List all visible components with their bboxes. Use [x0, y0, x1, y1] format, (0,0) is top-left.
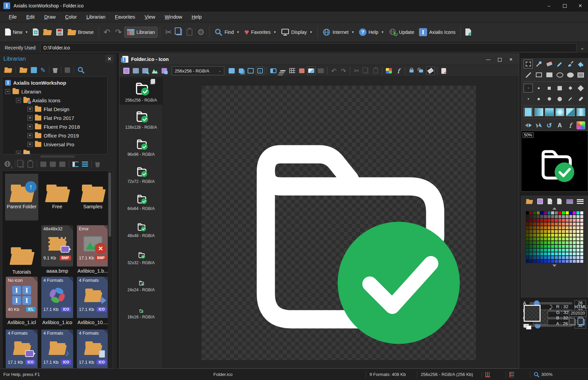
format-entry-256[interactable]: 256x256 - RGB/A: [120, 78, 163, 105]
lock-button[interactable]: [407, 67, 416, 75]
eyedropper-tool[interactable]: [534, 60, 543, 68]
file-item-parent-folder[interactable]: ↑ Parent Folder: [5, 174, 38, 220]
unlock-button[interactable]: [417, 67, 425, 75]
undo-button[interactable]: ↶: [101, 26, 113, 38]
flip-vertical-tool[interactable]: [534, 121, 543, 130]
menu-draw[interactable]: Draw: [39, 13, 60, 21]
brush-slash-thick[interactable]: [576, 94, 585, 103]
properties-button[interactable]: [65, 67, 70, 73]
doc-minimize-button[interactable]: —: [486, 57, 490, 62]
collapse-icon[interactable]: −: [16, 98, 21, 103]
menu-view[interactable]: View: [140, 13, 160, 21]
foreground-color-swatch[interactable]: [524, 305, 541, 322]
fill-solid[interactable]: [524, 108, 533, 117]
expand-icon[interactable]: +: [27, 133, 33, 138]
status-zoom[interactable]: 300%: [530, 372, 556, 378]
effects-tool[interactable]: f: [566, 121, 575, 130]
help-button[interactable]: ? Help▼: [357, 26, 386, 38]
test-icon-button[interactable]: I: [256, 67, 264, 75]
tree-item-root[interactable]: I Axialis IconWorkshop: [2, 78, 107, 87]
expand-icon[interactable]: +: [27, 107, 33, 112]
menu-edit[interactable]: Edit: [21, 13, 39, 21]
remove-format-button[interactable]: [298, 67, 306, 75]
new-folder-button[interactable]: [20, 67, 27, 73]
delete-button[interactable]: [53, 67, 58, 73]
redo-button[interactable]: ↷: [113, 26, 124, 38]
minimize-button[interactable]: –: [541, 0, 557, 12]
file-item-axlibico-1-bmp[interactable]: Error ✕ 17.1 Kb BMP Axlibico_1.b...: [76, 225, 109, 275]
doc-undo-button[interactable]: ↶: [330, 67, 338, 75]
layers-button[interactable]: [279, 67, 287, 75]
doc-save-button[interactable]: [122, 67, 130, 75]
new-image-format-button[interactable]: ＋: [228, 67, 236, 75]
format-entry-96[interactable]: 96x96 - RGB/A: [120, 132, 163, 159]
effects-button[interactable]: f: [394, 67, 402, 75]
expand-icon[interactable]: +: [27, 115, 33, 121]
librarian-search-button[interactable]: [77, 66, 85, 74]
format-entry-24[interactable]: 24x24 - RGB/A: [120, 267, 163, 294]
menu-window[interactable]: Window: [160, 13, 187, 21]
view-list-button[interactable]: [82, 162, 88, 167]
new-library-button[interactable]: [31, 67, 37, 73]
transparency-button[interactable]: [307, 67, 315, 75]
pencil-tool[interactable]: [555, 60, 564, 68]
file-item-free[interactable]: Free: [41, 174, 74, 220]
filled-ellipse-tool[interactable]: [566, 70, 575, 79]
palette-scroll-up[interactable]: [552, 207, 556, 210]
maximize-button[interactable]: [557, 0, 572, 12]
tree-item-office-pro-2019[interactable]: + Office Pro 2019: [2, 131, 107, 140]
panel-splitter[interactable]: [41, 156, 75, 157]
brush-size-sq-large[interactable]: [555, 84, 564, 92]
line-tool[interactable]: [524, 70, 533, 79]
brush-size-diamond-large[interactable]: [576, 84, 585, 92]
paste-button[interactable]: [184, 27, 195, 38]
doc-paste-button[interactable]: [372, 67, 380, 75]
brush-slash-thin[interactable]: [566, 94, 575, 103]
brush-size-sq-small[interactable]: [534, 84, 543, 92]
collapse-icon[interactable]: −: [5, 89, 10, 94]
swap-colors-chips[interactable]: [524, 324, 532, 329]
chevron-down-icon[interactable]: ⌄: [576, 45, 588, 50]
favorites-button[interactable]: ♥ Favorites▼: [242, 26, 279, 38]
swap-colors-icon[interactable]: ⤸: [549, 304, 552, 310]
file-list-scrollbar[interactable]: [108, 171, 112, 368]
ellipse-tool[interactable]: [555, 70, 564, 79]
copy-file-button[interactable]: [19, 161, 24, 168]
brush-size-sq-medium[interactable]: [545, 84, 554, 92]
fill-gradient-radial[interactable]: [555, 108, 564, 117]
brush-size-dot-medium[interactable]: [534, 94, 543, 103]
import-image-button[interactable]: [151, 67, 159, 75]
brush-tool[interactable]: [566, 60, 575, 68]
format-entry-64[interactable]: 64x64 - RGB/A: [120, 186, 163, 213]
add-color-button[interactable]: ＋: [547, 198, 552, 204]
find-button[interactable]: Find▼: [212, 26, 242, 38]
tree-item-flat-pro-2017[interactable]: + Flat Pro 2017: [2, 113, 107, 122]
gradient-list-icon[interactable]: [566, 199, 573, 204]
folder-up-button[interactable]: [4, 67, 12, 73]
paste-file-button[interactable]: [27, 161, 33, 168]
display-button[interactable]: Display▼: [279, 26, 315, 38]
format-entry-16[interactable]: 16x16 - RGB/A: [120, 294, 163, 321]
brush-size-dot-large[interactable]: [545, 94, 554, 103]
collapse-icon[interactable]: −: [16, 151, 21, 155]
flip-horizontal-tool[interactable]: [524, 121, 533, 130]
fill-gradient-down[interactable]: [545, 108, 554, 117]
color-mode-button[interactable]: [385, 67, 393, 75]
save-palette-button[interactable]: [537, 198, 543, 204]
fill-gradient-left[interactable]: [534, 108, 543, 117]
expand-icon[interactable]: +: [27, 142, 33, 147]
axialis-icons-button[interactable]: I Axialis Icons: [417, 26, 458, 38]
load-palette-button[interactable]: [526, 199, 532, 204]
tree-item-flat-design[interactable]: + Flat Design: [2, 105, 107, 113]
file-item-axlibico-10[interactable]: 4 Formats 17.1 Kb ICO Axlibico_10....: [76, 277, 109, 326]
format-entry-32[interactable]: 32x32 - RGB/A: [120, 240, 163, 267]
tree-item-universal-pro[interactable]: + Universal Pro: [2, 140, 107, 149]
export-image-button[interactable]: [160, 67, 168, 75]
file-item-axlibico-1-icl[interactable]: No icon IIII 40 Kb ICL Axlibico_1.icl: [5, 277, 38, 326]
palette-menu-icon[interactable]: [577, 199, 584, 204]
file-item-axlibico-1-ico[interactable]: 4 Formats 17.1 Kb ICO Axlibico_1.ico: [41, 277, 74, 326]
edit-format-button[interactable]: ✎: [141, 67, 149, 75]
new-from-template-button[interactable]: [30, 26, 41, 38]
internet-button[interactable]: Internet▼: [320, 26, 357, 38]
filled-rectangle-tool[interactable]: [545, 70, 554, 79]
